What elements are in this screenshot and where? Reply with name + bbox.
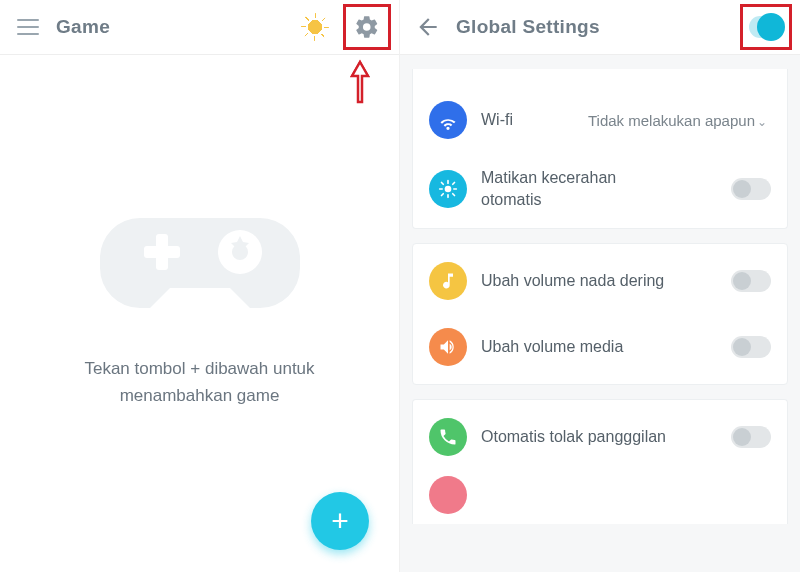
ring-volume-toggle[interactable] xyxy=(731,270,771,292)
highlight-settings xyxy=(343,4,391,50)
game-pane: Game Tekan tombol + dibawah untuk menamb… xyxy=(0,0,400,572)
wifi-label: Wi-fi xyxy=(481,109,513,131)
setting-next-partial xyxy=(413,470,787,514)
svg-rect-1 xyxy=(156,234,168,270)
music-icon xyxy=(429,262,467,300)
media-volume-toggle[interactable] xyxy=(731,336,771,358)
setting-auto-brightness[interactable]: Matikan kecerahan otomatis xyxy=(413,153,787,224)
hamburger-icon xyxy=(17,19,39,35)
gear-icon xyxy=(354,14,380,40)
phone-icon xyxy=(429,418,467,456)
settings-scroll[interactable]: Wi-fi Tidak melakukan apapun⌄ Matikan ke… xyxy=(400,55,800,572)
reject-calls-toggle[interactable] xyxy=(731,426,771,448)
sound-icon xyxy=(429,328,467,366)
brightness-icon xyxy=(429,170,467,208)
settings-group-network: Wi-fi Tidak melakukan apapun⌄ Matikan ke… xyxy=(412,69,788,229)
weather-button[interactable] xyxy=(295,7,335,47)
wifi-icon xyxy=(429,101,467,139)
reject-calls-label: Otomatis tolak pangggilan xyxy=(481,426,666,448)
settings-pane: Global Settings Wi-fi Tidak melakukan ap… xyxy=(400,0,800,572)
settings-title: Global Settings xyxy=(456,16,732,38)
settings-button[interactable] xyxy=(348,9,386,45)
media-volume-label: Ubah volume media xyxy=(481,336,623,358)
setting-wifi[interactable]: Wi-fi Tidak melakukan apapun⌄ xyxy=(413,87,787,153)
settings-group-calls: Otomatis tolak pangggilan xyxy=(412,399,788,524)
empty-text: Tekan tombol + dibawah untuk menambahkan… xyxy=(50,356,350,409)
ring-volume-label: Ubah volume nada dering xyxy=(481,270,664,292)
settings-body: Wi-fi Tidak melakukan apapun⌄ Matikan ke… xyxy=(400,55,800,572)
menu-button[interactable] xyxy=(8,7,48,47)
svg-point-3 xyxy=(445,185,452,192)
brightness-toggle[interactable] xyxy=(731,178,771,200)
master-toggle[interactable] xyxy=(749,16,783,38)
sun-icon xyxy=(304,16,326,38)
wifi-value: Tidak melakukan apapun⌄ xyxy=(588,112,771,129)
setting-media-volume[interactable]: Ubah volume media xyxy=(413,314,787,380)
game-body: Tekan tombol + dibawah untuk menambahkan… xyxy=(0,55,399,572)
game-title: Game xyxy=(56,16,287,38)
brightness-label: Matikan kecerahan otomatis xyxy=(481,167,661,210)
controller-icon xyxy=(100,178,300,332)
add-game-fab[interactable]: + xyxy=(311,492,369,550)
chevron-down-icon: ⌄ xyxy=(757,115,767,129)
unknown-icon xyxy=(429,476,467,514)
back-button[interactable] xyxy=(408,7,448,47)
back-arrow-icon xyxy=(415,14,441,40)
plus-icon: + xyxy=(331,504,349,538)
game-header: Game xyxy=(0,0,399,55)
setting-reject-calls[interactable]: Otomatis tolak pangggilan xyxy=(413,404,787,470)
setting-ring-volume[interactable]: Ubah volume nada dering xyxy=(413,248,787,314)
settings-header: Global Settings xyxy=(400,0,800,55)
settings-group-volume: Ubah volume nada dering Ubah volume medi… xyxy=(412,243,788,385)
highlight-master-toggle xyxy=(740,4,792,50)
